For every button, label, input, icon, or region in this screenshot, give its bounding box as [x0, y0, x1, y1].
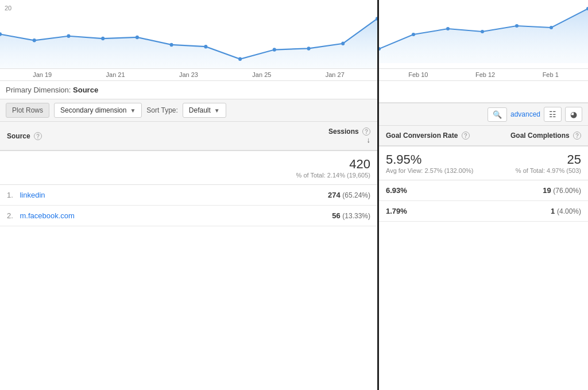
svg-point-9	[273, 48, 276, 51]
y-axis-label: 20	[5, 5, 11, 11]
table-row: 2. m.facebook.com 56 (13.33%)	[0, 206, 377, 226]
pie-view-button[interactable]: ◕	[565, 107, 582, 122]
svg-point-3	[67, 34, 70, 38]
chart-label-jan25: Jan 25	[252, 71, 271, 78]
total-gc-sub: % of Total: 4.97% (503)	[500, 167, 581, 174]
svg-point-10	[307, 47, 311, 50]
row2-source-link[interactable]: m.facebook.com	[20, 211, 74, 220]
sort-type-dropdown[interactable]: Default ▼	[183, 103, 226, 118]
chart-label-jan21: Jan 21	[106, 71, 125, 78]
total-gc-main: 25	[500, 152, 581, 167]
col-gcr-header: Goal Conversion Rate ?	[379, 126, 493, 146]
svg-point-19	[550, 26, 553, 29]
svg-point-16	[446, 27, 450, 30]
svg-point-15	[412, 33, 415, 36]
left-panel: 20	[0, 0, 379, 390]
chart-label-feb10: Feb 10	[408, 71, 428, 78]
left-chart: 20	[0, 0, 377, 69]
sessions-sort-icon[interactable]: ↓	[367, 136, 371, 144]
right-chart	[379, 0, 588, 69]
col-sessions-header: Sessions ? ↓	[181, 122, 377, 150]
right-panel: Feb 10 Feb 12 Feb 1 🔍 advanced ☷ ◕ Goal …	[379, 0, 588, 390]
main-layout: 20	[0, 0, 588, 390]
toolbar-row: Plot Rows Secondary dimension ▼ Sort Typ…	[0, 99, 377, 122]
left-table: Source ? Sessions ? ↓	[0, 122, 377, 226]
right-chart-labels: Feb 10 Feb 12 Feb 1	[379, 69, 588, 81]
left-table-container: Source ? Sessions ? ↓	[0, 122, 377, 390]
sort-type-arrow-icon: ▼	[214, 107, 220, 114]
row2-gc-pct: (4.00%)	[557, 207, 581, 215]
svg-point-18	[515, 24, 519, 28]
table-row: 1. linkedin 274 (65.24%)	[0, 185, 377, 206]
svg-point-7	[204, 45, 207, 48]
row2-gcr-cell: 1.79%	[379, 201, 493, 222]
right-spacer	[379, 81, 588, 103]
row2-sessions-cell: 56 (13.33%)	[181, 206, 377, 226]
gcr-help-icon[interactable]: ?	[462, 132, 470, 140]
total-gcr-cell: 5.95% Avg for View: 2.57% (132.00%)	[379, 146, 493, 180]
col-source-header: Source ?	[0, 122, 181, 150]
svg-marker-0	[0, 18, 377, 68]
table-row: 1.79% 1 (4.00%)	[379, 201, 588, 222]
right-table: Goal Conversion Rate ? Goal Completions …	[379, 126, 588, 222]
primary-dimension-row: Primary Dimension: Source	[0, 81, 377, 99]
right-table-header-row: Goal Conversion Rate ? Goal Completions …	[379, 126, 588, 146]
svg-point-6	[170, 43, 173, 47]
chart-label-jan19: Jan 19	[33, 71, 52, 78]
total-gc-cell: 25 % of Total: 4.97% (503)	[493, 146, 588, 180]
search-icon: 🔍	[493, 110, 502, 119]
svg-point-2	[33, 38, 36, 42]
row1-num: 1.	[7, 191, 13, 199]
chart-label-feb1: Feb 1	[543, 71, 559, 78]
row1-source-link[interactable]: linkedin	[20, 191, 45, 199]
row1-gcr-cell: 6.93%	[379, 180, 493, 201]
chart-label-feb12: Feb 12	[475, 71, 495, 78]
right-totals-row: 5.95% Avg for View: 2.57% (132.00%) 25 %…	[379, 146, 588, 180]
chart-label-jan27: Jan 27	[326, 71, 345, 78]
source-help-icon[interactable]: ?	[34, 132, 42, 140]
sort-type-value: Default	[189, 106, 211, 114]
svg-point-11	[341, 41, 345, 45]
row1-sessions-pct: (65.24%)	[342, 191, 370, 199]
row2-gc-value: 1	[551, 207, 555, 215]
row1-gc-cell: 19 (76.00%)	[493, 180, 588, 201]
grid-view-button[interactable]: ☷	[544, 107, 562, 122]
total-source-cell	[0, 150, 181, 185]
row2-sessions-value: 56	[332, 211, 340, 220]
totals-row: 420 % of Total: 2.14% (19,605)	[0, 150, 377, 185]
row1-gcr-value: 6.93%	[386, 186, 407, 195]
row1-sessions-cell: 274 (65.24%)	[181, 185, 377, 206]
row1-gc-pct: (76.00%)	[553, 187, 581, 195]
row2-sessions-pct: (13.33%)	[342, 212, 370, 220]
row2-gcr-value: 1.79%	[386, 207, 407, 215]
row2-source-cell: 2. m.facebook.com	[0, 206, 181, 226]
svg-point-4	[101, 37, 105, 40]
secondary-dimension-arrow-icon: ▼	[130, 107, 136, 114]
secondary-dimension-dropdown[interactable]: Secondary dimension ▼	[54, 103, 142, 118]
row2-num: 2.	[7, 211, 13, 220]
row1-gc-value: 19	[543, 186, 551, 195]
search-box[interactable]: 🔍	[488, 107, 507, 122]
left-chart-svg	[0, 0, 377, 68]
total-gcr-main: 5.95%	[386, 152, 486, 167]
col-gc-header: Goal Completions ?	[493, 126, 588, 146]
primary-dimension-value: Source	[73, 86, 98, 94]
svg-point-17	[481, 30, 484, 33]
total-sessions-main: 420	[188, 157, 370, 172]
right-table-container: Goal Conversion Rate ? Goal Completions …	[379, 126, 588, 390]
advanced-link[interactable]: advanced	[510, 110, 540, 118]
plot-rows-button[interactable]: Plot Rows	[6, 103, 49, 118]
total-sessions-sub: % of Total: 2.14% (19,605)	[188, 172, 370, 179]
secondary-dimension-label: Secondary dimension	[60, 106, 126, 114]
sort-type-label: Sort Type:	[146, 106, 177, 114]
total-gcr-sub: Avg for View: 2.57% (132.00%)	[386, 167, 486, 174]
row1-source-cell: 1. linkedin	[0, 185, 181, 206]
sessions-help-icon[interactable]: ?	[362, 128, 370, 136]
primary-dimension-label: Primary Dimension:	[6, 86, 71, 94]
gc-help-icon[interactable]: ?	[573, 132, 581, 140]
table-row: 6.93% 19 (76.00%)	[379, 180, 588, 201]
row1-sessions-value: 274	[328, 191, 341, 199]
svg-point-8	[238, 57, 242, 61]
left-table-header-row: Source ? Sessions ? ↓	[0, 122, 377, 150]
chart-label-jan23: Jan 23	[179, 71, 198, 78]
